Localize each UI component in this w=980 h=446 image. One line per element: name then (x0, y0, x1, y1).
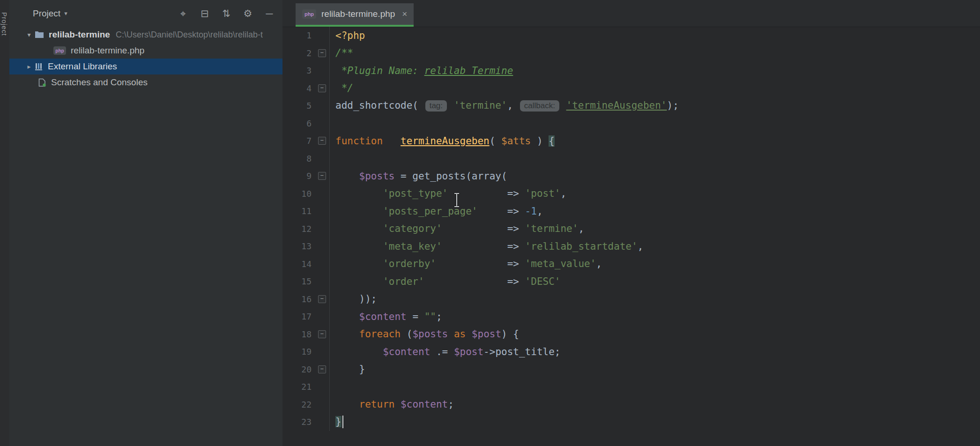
code-text[interactable]: <?php (335, 30, 365, 41)
code-text[interactable]: $posts = get_posts(array( (335, 171, 507, 182)
editor-gutter[interactable]: 5 (282, 97, 330, 115)
hide-panel-icon[interactable]: ─ (265, 8, 274, 19)
fold-icon[interactable]: − (314, 172, 329, 180)
code-text[interactable]: 'order' => 'DESC' (335, 276, 560, 287)
editor-gutter[interactable]: 15 (282, 273, 330, 290)
tree-item-php-file[interactable]: php relilab-termine.php (9, 43, 282, 59)
editor-gutter[interactable]: 20− (282, 361, 330, 379)
code-line[interactable]: 2−/** (282, 45, 980, 62)
editor-gutter[interactable]: 4− (282, 80, 330, 97)
code-line[interactable]: 17 $content = ""; (282, 308, 980, 326)
settings-gear-icon[interactable]: ⚙ (243, 8, 252, 19)
code-line[interactable]: 6 (282, 115, 980, 133)
code-line[interactable]: 5add_shortcode( tag: 'termine', callback… (282, 97, 980, 115)
tree-item-external-libraries[interactable]: ▸ External Libraries (9, 59, 282, 74)
code-token: $content (383, 346, 430, 357)
code-area[interactable]: 1<?php2−/**3 *Plugin Name: relilab Termi… (282, 27, 980, 446)
code-line[interactable]: 18− foreach ($posts as $post) { (282, 326, 980, 343)
code-text[interactable]: } (335, 364, 365, 375)
code-text[interactable]: add_shortcode( tag: 'termine', callback:… (335, 100, 679, 112)
code-line[interactable]: 22 return $content; (282, 396, 980, 414)
sort-icon[interactable]: ⇅ (222, 8, 231, 19)
code-line[interactable]: 16− )); (282, 290, 980, 308)
collapse-all-icon[interactable]: ⊟ (200, 8, 209, 19)
editor-gutter[interactable]: 16− (282, 290, 330, 308)
code-token: $posts (412, 328, 448, 340)
php-file-icon: php (53, 46, 66, 55)
code-token: "" (424, 311, 436, 322)
code-line[interactable]: 3 *Plugin Name: relilab Termine (282, 62, 980, 80)
code-token: return (359, 399, 395, 410)
code-text[interactable]: 'category' => 'termine', (335, 223, 584, 234)
chevron-down-icon[interactable]: ▾ (23, 31, 35, 38)
code-text[interactable]: return $content; (335, 399, 454, 410)
tree-item-project-root[interactable]: ▾ relilab-termine C:\Users\Daniel\Deskto… (9, 27, 282, 43)
code-text[interactable]: } (335, 416, 343, 428)
code-line[interactable]: 1<?php (282, 27, 980, 45)
tab-relilab-termine-php[interactable]: php relilab-termine.php × (296, 3, 414, 27)
code-token (335, 171, 359, 182)
code-text[interactable]: 'post_type' => 'post', (335, 188, 566, 199)
editor-gutter[interactable]: 11 (282, 202, 330, 220)
editor-gutter[interactable]: 12 (282, 220, 330, 238)
fold-icon[interactable]: − (314, 330, 329, 338)
editor-gutter[interactable]: 3 (282, 62, 330, 80)
code-line[interactable]: 15 'order' => 'DESC' (282, 273, 980, 290)
code-line[interactable]: 4− */ (282, 80, 980, 97)
code-text[interactable]: */ (335, 82, 353, 94)
tree-item-path: C:\Users\Daniel\Desktop\relilab\relilab-… (116, 30, 263, 40)
editor-gutter[interactable]: 9− (282, 167, 330, 185)
close-icon[interactable]: × (402, 9, 407, 19)
code-text[interactable]: $content .= $post->post_title; (335, 346, 560, 357)
line-number: 6 (282, 119, 314, 128)
code-text[interactable]: foreach ($posts as $post) { (335, 328, 519, 340)
code-line[interactable]: 21 (282, 378, 980, 396)
editor-gutter[interactable]: 7− (282, 132, 330, 150)
editor-gutter[interactable]: 8 (282, 150, 330, 168)
editor-gutter[interactable]: 19 (282, 343, 330, 361)
editor-gutter[interactable]: 2− (282, 45, 330, 62)
code-line[interactable]: 11 'posts_per_page' => -1, (282, 202, 980, 220)
code-text[interactable]: 'orderby' => 'meta_value', (335, 258, 602, 269)
code-line[interactable]: 19 $content .= $post->post_title; (282, 343, 980, 361)
code-text[interactable]: 'posts_per_page' => -1, (335, 206, 543, 217)
editor-gutter[interactable]: 22 (282, 396, 330, 414)
fold-icon[interactable]: − (314, 49, 329, 57)
project-tool-window: Project ▾ ⌖ ⊟ ⇅ ⚙ ─ ▾ relilab-termine C:… (9, 0, 282, 446)
editor-gutter[interactable]: 13 (282, 238, 330, 255)
fold-icon[interactable]: − (314, 295, 329, 303)
editor-gutter[interactable]: 14 (282, 255, 330, 273)
chevron-right-icon[interactable]: ▸ (23, 63, 35, 70)
code-text[interactable]: $content = ""; (335, 311, 442, 322)
code-line[interactable]: 14 'orderby' => 'meta_value', (282, 255, 980, 273)
editor-gutter[interactable]: 23 (282, 413, 330, 431)
code-text[interactable]: function termineAusgeben( $atts ) { (335, 135, 555, 147)
code-line[interactable]: 23} (282, 413, 980, 431)
fold-icon[interactable]: − (314, 84, 329, 92)
code-line[interactable]: 8 (282, 150, 980, 168)
editor-gutter[interactable]: 10 (282, 185, 330, 203)
code-line[interactable]: 9− $posts = get_posts(array( (282, 167, 980, 185)
tree-item-scratches[interactable]: Scratches and Consoles (9, 74, 282, 90)
fold-icon[interactable]: − (314, 365, 329, 373)
stripe-label-project[interactable]: Project (0, 12, 8, 36)
locate-file-icon[interactable]: ⌖ (178, 8, 188, 19)
code-token: 'posts_per_page' (383, 206, 477, 217)
code-line[interactable]: 20− } (282, 361, 980, 379)
code-line[interactable]: 7−function termineAusgeben( $atts ) { (282, 132, 980, 150)
project-view-dropdown[interactable]: Project ▾ (33, 8, 67, 19)
code-text[interactable]: 'meta_key' => 'relilab_startdate', (335, 241, 643, 252)
code-text[interactable]: *Plugin Name: relilab Termine (335, 65, 513, 76)
editor-gutter[interactable]: 18− (282, 326, 330, 343)
code-text[interactable]: )); (335, 293, 377, 305)
code-line[interactable]: 12 'category' => 'termine', (282, 220, 980, 238)
editor-gutter[interactable]: 6 (282, 115, 330, 133)
code-text[interactable]: /** (335, 47, 353, 59)
editor-gutter[interactable]: 17 (282, 308, 330, 326)
editor-gutter[interactable]: 21 (282, 378, 330, 396)
code-line[interactable]: 13 'meta_key' => 'relilab_startdate', (282, 238, 980, 255)
line-number: 18 (282, 329, 314, 339)
fold-icon[interactable]: − (314, 137, 329, 145)
code-line[interactable]: 10 'post_type' => 'post', (282, 185, 980, 203)
editor-gutter[interactable]: 1 (282, 27, 330, 45)
